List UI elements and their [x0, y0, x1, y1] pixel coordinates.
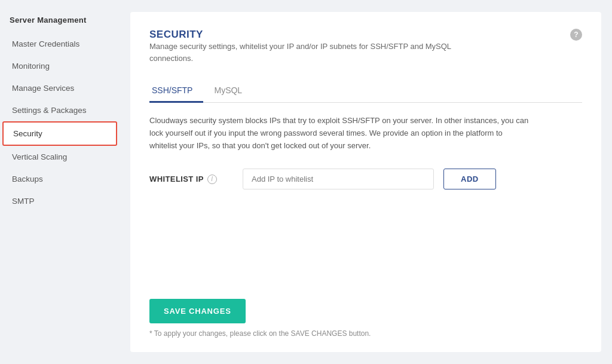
sidebar-item-vertical-scaling[interactable]: Vertical Scaling — [2, 146, 117, 168]
sidebar-item-monitoring[interactable]: Monitoring — [2, 55, 117, 77]
sidebar-item-label: Security — [13, 129, 42, 138]
card-header: SECURITY Manage security settings, white… — [149, 29, 582, 76]
ssh-info-text: Cloudways security system blocks IPs tha… — [149, 115, 532, 152]
whitelist-row: WHITELIST IP i ADD — [149, 169, 582, 189]
save-section: SAVE CHANGES * To apply your changes, pl… — [149, 299, 582, 338]
card-description: Manage security settings, whitelist your… — [149, 41, 460, 64]
sidebar-item-smtp[interactable]: SMTP — [2, 190, 117, 212]
tab-ssh-sftp[interactable]: SSH/SFTP — [149, 79, 203, 103]
tabs-container: SSH/SFTP MySQL — [149, 79, 582, 103]
sidebar-item-label: Monitoring — [12, 62, 50, 71]
sidebar-item-security[interactable]: Security — [2, 121, 117, 146]
save-note: * To apply your changes, please click on… — [149, 329, 582, 338]
whitelist-ip-input[interactable] — [243, 169, 434, 189]
sidebar-item-backups[interactable]: Backups — [2, 168, 117, 190]
sidebar-item-label: Master Credentials — [12, 39, 79, 48]
page-title: SECURITY — [149, 29, 460, 41]
whitelist-info-icon[interactable]: i — [207, 175, 217, 184]
sidebar-item-label: Settings & Packages — [12, 106, 87, 115]
tab-mysql[interactable]: MySQL — [212, 79, 253, 103]
sidebar-item-label: Manage Services — [12, 84, 74, 93]
help-icon[interactable]: ? — [570, 29, 582, 41]
save-changes-button[interactable]: SAVE CHANGES — [149, 299, 246, 323]
sidebar-item-label: Vertical Scaling — [12, 152, 67, 161]
sidebar-item-label: Backups — [12, 175, 43, 183]
content-card: SECURITY Manage security settings, white… — [130, 12, 601, 352]
sidebar-item-settings-packages[interactable]: Settings & Packages — [2, 99, 117, 121]
add-ip-button[interactable]: ADD — [443, 169, 496, 189]
sidebar-item-label: SMTP — [12, 197, 35, 206]
sidebar-item-master-credentials[interactable]: Master Credentials — [2, 33, 117, 55]
sidebar: Server Management Master Credentials Mon… — [0, 0, 120, 364]
sidebar-heading: Server Management — [0, 10, 120, 33]
whitelist-label: WHITELIST IP i — [149, 175, 233, 184]
main-content: SECURITY Manage security settings, white… — [120, 0, 612, 364]
sidebar-item-manage-services[interactable]: Manage Services — [2, 77, 117, 99]
